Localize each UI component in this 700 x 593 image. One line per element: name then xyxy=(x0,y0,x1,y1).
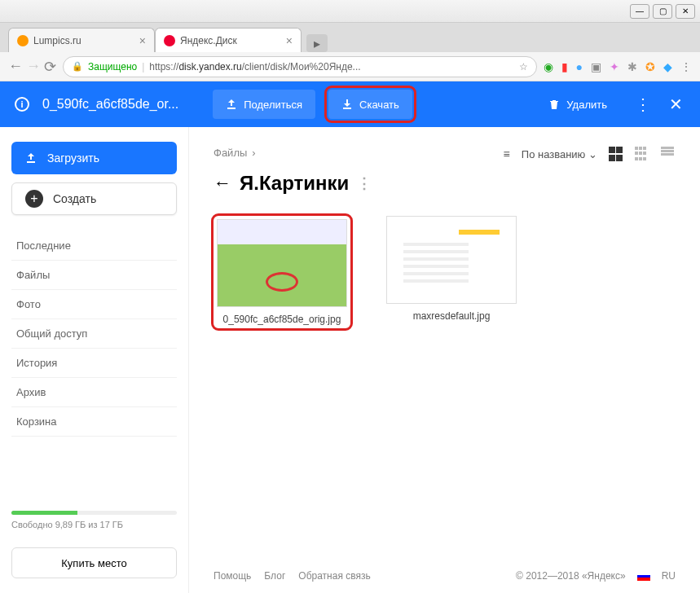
ext-icon[interactable]: ◉ xyxy=(544,60,553,73)
chevron-right-icon: › xyxy=(252,147,255,159)
tab-title: Яндекс.Диск xyxy=(180,35,237,46)
sort-dropdown[interactable]: По названию ⌄ xyxy=(522,148,597,160)
close-tab-icon[interactable]: × xyxy=(286,34,293,47)
storage-text: Свободно 9,89 ГБ из 17 ГБ xyxy=(11,520,123,529)
folder-more-icon[interactable]: ⋮ xyxy=(357,174,372,192)
ext-icon[interactable]: ● xyxy=(576,60,583,73)
back-button[interactable]: ← xyxy=(8,58,23,76)
download-button[interactable]: Скачать xyxy=(328,90,412,119)
folder-title: Я.Картинки xyxy=(240,172,349,195)
upload-label: Загрузить xyxy=(47,152,99,165)
share-icon xyxy=(226,99,237,110)
plus-icon: + xyxy=(25,190,43,208)
view-large-icon[interactable] xyxy=(609,147,623,161)
chevron-down-icon: ⌄ xyxy=(588,148,597,160)
sidebar-item-shared[interactable]: Общий доступ xyxy=(11,319,177,349)
menu-icon[interactable]: ⋮ xyxy=(680,60,692,73)
lock-icon: 🔒 xyxy=(72,61,83,72)
tab-title: Lumpics.ru xyxy=(33,35,81,46)
share-label: Поделиться xyxy=(244,99,302,111)
footer-feedback[interactable]: Обратная связь xyxy=(298,570,370,582)
download-label: Скачать xyxy=(359,99,399,111)
view-list-icon[interactable] xyxy=(661,147,676,161)
sidebar-item-trash[interactable]: Корзина xyxy=(11,407,177,437)
file-name: 0_590fc_a6cf85de_orig.jpg xyxy=(223,314,341,325)
footer: Помощь Блог Обратная связь © 2012—2018 «… xyxy=(214,570,676,582)
favicon-icon xyxy=(164,35,175,46)
ext-icon[interactable]: ✱ xyxy=(627,60,637,73)
folder-header: ← Я.Картинки ⋮ xyxy=(214,172,676,195)
nav-arrows: ← → ⟳ xyxy=(8,58,56,76)
bookmark-star-icon[interactable]: ☆ xyxy=(519,61,528,72)
ext-icon[interactable]: ▮ xyxy=(561,60,568,73)
sidebar-item-archive[interactable]: Архив xyxy=(11,378,177,407)
selection-toolbar: i 0_590fc_a6cf85de_or... Поделиться Скач… xyxy=(0,81,700,127)
file-thumbnail xyxy=(217,219,347,307)
ext-icon[interactable]: ◆ xyxy=(663,60,672,73)
extension-icons: ◉ ▮ ● ▣ ✦ ✱ ✪ ◆ ⋮ xyxy=(544,60,692,73)
reload-button[interactable]: ⟳ xyxy=(44,58,56,76)
browser-tab[interactable]: Lumpics.ru × xyxy=(8,28,155,52)
info-icon[interactable]: i xyxy=(15,97,29,112)
breadcrumb-item[interactable]: Файлы xyxy=(214,147,247,159)
sidebar-item-history[interactable]: История xyxy=(11,349,177,378)
share-button[interactable]: Поделиться xyxy=(213,90,315,119)
minimize-button[interactable]: — xyxy=(630,4,649,19)
more-icon[interactable]: ⋮ xyxy=(633,94,653,114)
storage-bar xyxy=(11,511,177,515)
tab-strip: Lumpics.ru × Яндекс.Диск × ▸ xyxy=(0,23,700,52)
sidebar-item-photo[interactable]: Фото xyxy=(11,290,177,319)
main-area: Загрузить + Создать Последние Файлы Фото… xyxy=(0,127,700,593)
view-small-icon[interactable] xyxy=(635,147,649,161)
flag-ru-icon xyxy=(637,572,650,581)
delete-button[interactable]: Удалить xyxy=(535,90,620,119)
address-bar: ← → ⟳ 🔒 Защищено | https://disk.yandex.r… xyxy=(0,52,700,81)
ext-icon[interactable]: ✦ xyxy=(610,60,619,73)
sidebar-item-recent[interactable]: Последние xyxy=(11,231,177,261)
window-chrome: — ▢ ✕ xyxy=(0,0,700,23)
buy-label: Купить место xyxy=(61,557,126,569)
file-name: maxresdefault.jpg xyxy=(413,310,491,322)
upload-icon xyxy=(24,152,37,165)
ext-icon[interactable]: ✪ xyxy=(645,60,655,73)
file-grid: 0_590fc_a6cf85de_orig.jpg maxresdefault.… xyxy=(214,216,676,328)
url-input[interactable]: 🔒 Защищено | https://disk.yandex.ru/clie… xyxy=(63,56,537,77)
close-tab-icon[interactable]: × xyxy=(139,34,146,47)
content-area: Файлы › ≡ По названию ⌄ ← Я.Картинки ⋮ 0… xyxy=(189,127,700,593)
buy-storage-button[interactable]: Купить место xyxy=(11,547,177,578)
footer-lang[interactable]: RU xyxy=(662,570,676,582)
footer-copyright: © 2012—2018 «Яндекс» xyxy=(516,570,626,582)
create-label: Создать xyxy=(53,192,96,205)
forward-button[interactable]: → xyxy=(26,58,41,76)
file-card[interactable]: 0_590fc_a6cf85de_orig.jpg xyxy=(214,216,350,328)
view-controls: ≡ По названию ⌄ xyxy=(504,147,676,161)
back-arrow-icon[interactable]: ← xyxy=(214,173,231,194)
close-window-button[interactable]: ✕ xyxy=(676,4,695,19)
sort-icon: ≡ xyxy=(504,147,510,160)
download-icon xyxy=(341,99,353,110)
footer-blog[interactable]: Блог xyxy=(264,570,285,582)
file-card[interactable]: maxresdefault.jpg xyxy=(383,216,520,328)
maximize-button[interactable]: ▢ xyxy=(653,4,672,19)
close-toolbar-icon[interactable]: ✕ xyxy=(666,94,685,114)
ext-icon[interactable]: ▣ xyxy=(591,60,601,73)
sidebar-nav: Последние Файлы Фото Общий доступ Истори… xyxy=(11,231,177,437)
storage-info: Свободно 9,89 ГБ из 17 ГБ xyxy=(11,511,177,529)
new-tab-button[interactable]: ▸ xyxy=(306,34,328,52)
url-text: https://disk.yandex.ru/client/disk/Мои%2… xyxy=(149,61,360,72)
browser-tab[interactable]: Яндекс.Диск × xyxy=(155,28,302,52)
file-thumbnail xyxy=(386,216,517,304)
footer-help[interactable]: Помощь xyxy=(214,570,251,582)
create-button[interactable]: + Создать xyxy=(11,182,177,215)
favicon-icon xyxy=(17,35,29,46)
selected-file-title: 0_590fc_a6cf85de_or... xyxy=(42,97,178,112)
sidebar-item-files[interactable]: Файлы xyxy=(11,261,177,290)
upload-button[interactable]: Загрузить xyxy=(11,142,177,174)
delete-label: Удалить xyxy=(566,99,607,111)
trash-icon xyxy=(548,99,560,110)
sidebar: Загрузить + Создать Последние Файлы Фото… xyxy=(0,127,189,593)
secure-label: Защищено xyxy=(88,61,137,72)
